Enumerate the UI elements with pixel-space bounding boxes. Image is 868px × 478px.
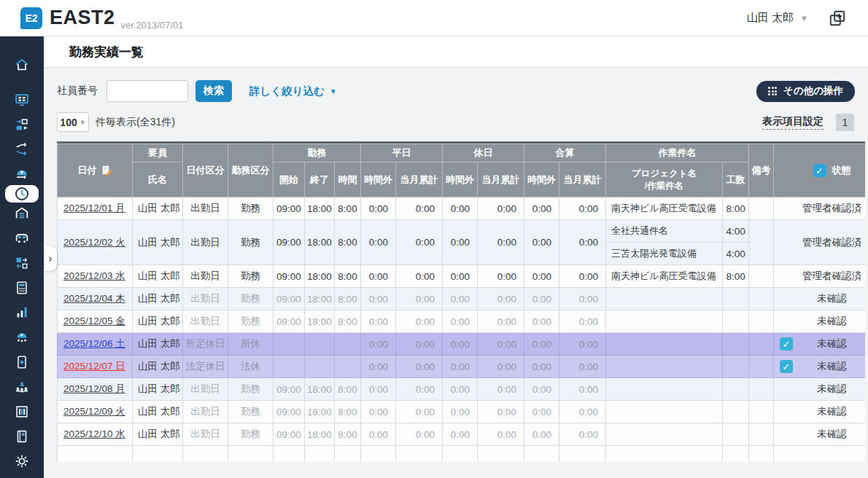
other-actions-button[interactable]: その他の操作 bbox=[756, 81, 855, 102]
date-link[interactable]: 2025/12/06 土 bbox=[63, 338, 125, 349]
app-logo[interactable]: E2 bbox=[20, 7, 42, 29]
header-work-type: 勤務区分 bbox=[228, 144, 274, 197]
ledger-icon[interactable] bbox=[5, 428, 39, 444]
work-type-cell: 所休 bbox=[228, 333, 274, 356]
name-cell: 山田 太郎 bbox=[133, 378, 183, 401]
weekday-month-total-cell: 0:00 bbox=[396, 333, 443, 356]
bookshelf-icon[interactable] bbox=[5, 404, 39, 420]
man-hours-cell bbox=[723, 423, 749, 446]
date-link[interactable]: 2025/12/02 火 bbox=[63, 237, 125, 248]
employee-no-input[interactable] bbox=[106, 80, 188, 102]
dashboard-icon[interactable] bbox=[5, 92, 39, 108]
new-window-icon[interactable] bbox=[827, 8, 848, 28]
remarks-cell bbox=[749, 288, 774, 310]
header-date[interactable]: 日付 bbox=[58, 144, 133, 197]
clock-icon[interactable] bbox=[5, 185, 39, 203]
holiday-month-total-cell: 0:00 bbox=[478, 265, 524, 288]
page-title: 勤務実績一覧 bbox=[69, 44, 144, 60]
hours-cell: 8:00 bbox=[335, 220, 361, 265]
name-cell: 山田 太郎 bbox=[133, 197, 183, 220]
start-time-cell bbox=[274, 446, 305, 463]
holiday-overtime-cell: 0:00 bbox=[443, 378, 478, 401]
start-time-cell: 09:00 bbox=[274, 265, 305, 288]
header-day-type: 日付区分 bbox=[183, 144, 228, 197]
weekday-month-total-cell: 0:00 bbox=[396, 356, 443, 378]
holiday-overtime-cell: 0:00 bbox=[443, 423, 478, 446]
day-type-cell: 出勤日 bbox=[183, 220, 228, 265]
date-link[interactable]: 2025/12/05 金 bbox=[63, 316, 125, 326]
project-name-cell bbox=[606, 333, 723, 356]
sidebar-expand-handle[interactable]: › bbox=[44, 246, 57, 271]
header-work-group: 勤務 bbox=[274, 144, 361, 162]
user-menu[interactable]: 山田 太郎 ▼ bbox=[747, 11, 808, 25]
helmet-add-icon[interactable] bbox=[5, 166, 39, 182]
end-time-cell: 18:00 bbox=[305, 423, 335, 446]
helmet-team-icon[interactable] bbox=[5, 329, 39, 345]
holiday-month-total-cell: 0:00 bbox=[478, 288, 524, 310]
device-transfer-icon[interactable] bbox=[5, 117, 39, 133]
table-row: 2025/12/03 水山田 太郎出勤日勤務09:0018:008:000:00… bbox=[58, 265, 866, 288]
header-project-group: 作業件名 bbox=[606, 144, 749, 162]
combined-month-total-cell bbox=[559, 446, 606, 463]
tablet-add-icon[interactable] bbox=[5, 354, 39, 370]
gear-icon[interactable] bbox=[5, 453, 39, 469]
end-time-cell: 18:00 bbox=[305, 220, 335, 265]
work-type-cell: 勤務 bbox=[228, 288, 274, 310]
hours-cell: 8:00 bbox=[335, 265, 361, 288]
work-type-cell: 勤務 bbox=[228, 220, 274, 265]
page-size-select[interactable]: 100 ▼ bbox=[57, 112, 89, 132]
holiday-overtime-cell: 0:00 bbox=[443, 197, 478, 220]
holiday-month-total-cell: 0:00 bbox=[478, 333, 524, 356]
combined-overtime-cell: 0:00 bbox=[524, 423, 559, 446]
remarks-cell bbox=[749, 378, 774, 401]
project-name-cell bbox=[606, 446, 723, 463]
combined-overtime-cell: 0:00 bbox=[524, 288, 559, 310]
sidebar bbox=[0, 36, 44, 478]
row-checkbox[interactable]: ✓ bbox=[780, 360, 793, 373]
header-man-hours: 工数 bbox=[723, 162, 749, 197]
date-link[interactable]: 2025/12/08 月 bbox=[63, 383, 125, 394]
org-people-icon[interactable] bbox=[5, 379, 39, 395]
end-time-cell: 18:00 bbox=[305, 378, 335, 401]
man-hours-cell: 8:00 bbox=[723, 197, 749, 220]
man-hours-cell: 4:00 bbox=[723, 243, 749, 265]
warehouse-icon[interactable] bbox=[5, 205, 39, 222]
box-transfer-icon[interactable] bbox=[5, 255, 39, 271]
select-all-checkbox[interactable]: ✓ bbox=[813, 164, 826, 177]
date-link[interactable]: 2025/12/10 水 bbox=[63, 428, 125, 439]
date-link[interactable]: 2025/12/07 日 bbox=[63, 361, 125, 372]
project-name-cell bbox=[606, 288, 723, 310]
app-name: EAST2 bbox=[50, 7, 115, 29]
date-link[interactable]: 2025/12/04 木 bbox=[63, 293, 125, 304]
status-label: 管理者確認済 bbox=[802, 270, 861, 283]
search-button[interactable]: 検索 bbox=[195, 80, 232, 102]
advanced-filter-link[interactable]: 詳しく絞り込む ▼ bbox=[249, 85, 337, 98]
bar-chart-icon[interactable] bbox=[5, 305, 39, 321]
status-cell: ✓未確認 bbox=[774, 356, 865, 378]
date-cell: 2025/12/10 水 bbox=[58, 423, 133, 446]
end-time-cell bbox=[305, 446, 335, 463]
remarks-cell bbox=[749, 446, 774, 463]
hours-cell: 8:00 bbox=[335, 423, 361, 446]
row-checkbox[interactable]: ✓ bbox=[780, 337, 793, 350]
work-type-cell: 法休 bbox=[228, 356, 274, 378]
work-record-table: 日付 要員 日付区分 勤務区分 勤務 平日 休日 合算 作業件名 bbox=[57, 144, 865, 462]
date-link[interactable]: 2025/12/03 水 bbox=[63, 270, 125, 281]
man-hours-cell bbox=[723, 333, 749, 356]
weekday-overtime-cell: 0:00 bbox=[361, 310, 396, 333]
combined-overtime-cell: 0:00 bbox=[524, 401, 559, 423]
day-type-cell: 出勤日 bbox=[183, 265, 228, 288]
end-time-cell: 18:00 bbox=[305, 197, 335, 220]
remarks-cell bbox=[749, 401, 774, 423]
shuffle-icon[interactable] bbox=[5, 141, 39, 157]
vehicle-icon[interactable] bbox=[5, 230, 39, 246]
home-icon[interactable] bbox=[5, 57, 39, 73]
hours-cell bbox=[335, 446, 361, 463]
display-settings-link[interactable]: 表示項目設定 bbox=[762, 115, 824, 130]
status-cell: 未確認 bbox=[774, 401, 865, 423]
date-link[interactable]: 2025/12/01 月 bbox=[63, 203, 125, 213]
calculator-icon[interactable] bbox=[5, 280, 39, 296]
date-link[interactable]: 2025/12/09 火 bbox=[63, 406, 125, 417]
holiday-overtime-cell: 0:00 bbox=[443, 288, 478, 310]
weekday-month-total-cell: 0:00 bbox=[396, 197, 443, 220]
